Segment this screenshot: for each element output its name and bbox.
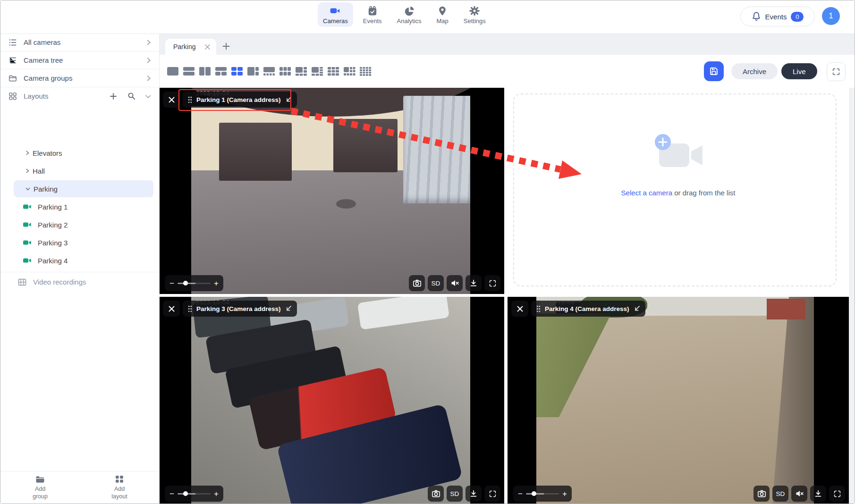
search-icon[interactable] — [127, 92, 135, 100]
camera-video-parking-4[interactable]: 2023-10-04 — [536, 297, 814, 504]
zoom-track[interactable] — [526, 493, 559, 495]
user-avatar[interactable]: 1 — [822, 7, 840, 25]
mute-button[interactable] — [791, 486, 807, 502]
sidebar-item-camera-groups[interactable]: Camera groups — [0, 69, 159, 87]
camera-tile-parking-1[interactable]: 2023-10-04 Parking 1 (Camera address) − … — [159, 88, 504, 294]
tree-item-parking[interactable]: Parking — [0, 180, 159, 198]
digital-zoom-slider[interactable]: − + — [513, 486, 572, 502]
chevron-down-icon[interactable] — [145, 93, 152, 99]
digital-zoom-slider[interactable]: − + — [165, 275, 223, 291]
layout-option-1-plus-2[interactable] — [215, 67, 228, 76]
snapshot-button[interactable] — [428, 486, 444, 502]
fullscreen-button[interactable] — [827, 62, 846, 81]
layout-option-3x2[interactable] — [279, 67, 292, 76]
zoom-knob[interactable] — [183, 491, 188, 496]
layout-option-3x3[interactable] — [328, 67, 340, 76]
tree-item-elevators[interactable]: Elevators — [0, 144, 159, 162]
drag-handle-icon[interactable] — [188, 96, 192, 103]
zoom-out-button[interactable]: − — [169, 279, 174, 287]
tree-camera-parking-3[interactable]: Parking 3 — [0, 234, 159, 252]
layout-option-1-plus-7[interactable] — [312, 67, 324, 76]
digital-zoom-slider[interactable]: − + — [165, 486, 223, 502]
nav-cameras[interactable]: Cameras — [318, 2, 353, 27]
camera-title: Parking 1 (Camera address) — [196, 96, 281, 103]
select-a-camera-link[interactable]: Select a camera — [621, 189, 672, 197]
nav-events[interactable]: Events — [358, 2, 387, 27]
drag-handle-icon[interactable] — [536, 305, 541, 312]
archive-mode-button[interactable]: Archive — [731, 63, 778, 79]
remove-camera-button[interactable] — [163, 301, 180, 317]
live-mode-button[interactable]: Live — [781, 63, 817, 79]
zoom-knob[interactable] — [183, 281, 188, 286]
layouts-icon — [8, 92, 17, 101]
camera-video-parking-1[interactable]: 2023-10-04 — [191, 88, 470, 294]
empty-camera-slot[interactable]: Select a camera or drag from the list — [508, 88, 849, 294]
zoom-out-button[interactable]: − — [169, 490, 174, 498]
zoom-knob[interactable] — [532, 491, 536, 496]
quality-toggle-button[interactable]: SD — [428, 275, 444, 291]
tile-fullscreen-button[interactable] — [484, 275, 500, 291]
camera-tile-header[interactable]: Parking 3 (Camera address) — [183, 301, 297, 317]
sidebar-item-video-recordings[interactable]: Video recordings — [0, 272, 159, 292]
tree-camera-parking-1[interactable]: Parking 1 — [0, 198, 159, 216]
nav-map[interactable]: Map — [432, 2, 454, 27]
download-button[interactable] — [466, 486, 482, 502]
add-layout-plus-icon[interactable] — [110, 92, 117, 100]
remove-camera-button[interactable] — [163, 92, 180, 108]
drag-handle-icon[interactable] — [188, 305, 192, 312]
tile-fullscreen-button[interactable] — [829, 486, 845, 502]
camera-tile-header[interactable]: Parking 4 (Camera address) — [531, 301, 645, 317]
add-layout-button[interactable]: Add layout — [80, 471, 159, 504]
snapshot-button[interactable] — [409, 275, 425, 291]
zoom-out-button[interactable]: − — [518, 490, 523, 498]
tile-fullscreen-button[interactable] — [484, 486, 500, 502]
layout-option-2-rows[interactable] — [183, 67, 195, 76]
events-notifications-button[interactable]: Events 0 — [740, 7, 815, 26]
tree-item-hall[interactable]: Hall — [0, 162, 159, 180]
camera-tile-header[interactable]: Parking 1 (Camera address) — [183, 92, 297, 108]
layout-option-2x2-selected[interactable] — [231, 67, 244, 76]
zoom-track[interactable] — [178, 283, 211, 284]
save-layout-button[interactable] — [704, 61, 724, 81]
mute-button[interactable] — [447, 275, 463, 291]
layout-option-1-plus-2-side[interactable] — [247, 67, 260, 76]
new-tab-plus-icon[interactable] — [222, 42, 230, 50]
nav-analytics[interactable]: Analytics — [392, 2, 427, 27]
snapshot-button[interactable] — [753, 486, 770, 502]
layout-option-4x4[interactable] — [360, 67, 372, 76]
vertical-scrollbar-track[interactable] — [849, 88, 855, 504]
zoom-in-button[interactable]: + — [562, 490, 567, 498]
nav-settings[interactable]: Settings — [458, 2, 491, 27]
layout-option-1-plus-4[interactable] — [263, 67, 276, 76]
close-tab-icon[interactable] — [204, 44, 211, 50]
layout-option-2-cols[interactable] — [199, 67, 212, 76]
camera-grid: 2023-10-04 Parking 1 (Camera address) − … — [159, 88, 855, 504]
collapse-arrow-icon[interactable] — [285, 96, 292, 103]
tab-parking[interactable]: Parking — [165, 39, 216, 55]
nav-label: Cameras — [323, 17, 348, 25]
tree-camera-parking-4[interactable]: Parking 4 — [0, 252, 159, 269]
empty-slot-text: Select a camera or drag from the list — [619, 188, 737, 198]
zoom-in-button[interactable]: + — [214, 490, 219, 498]
sidebar-item-layouts[interactable]: Layouts — [0, 87, 159, 105]
quality-toggle-button[interactable]: SD — [447, 486, 463, 502]
tree-camera-parking-2[interactable]: Parking 2 — [0, 216, 159, 234]
sidebar-item-camera-tree[interactable]: Camera tree — [0, 51, 159, 69]
layout-option-1x1[interactable] — [167, 67, 179, 76]
download-button[interactable] — [466, 275, 482, 291]
collapse-arrow-icon[interactable] — [285, 305, 292, 312]
add-group-button[interactable]: Add group — [0, 471, 80, 504]
camera-tile-parking-3[interactable]: 2023-10-04 Parking 3 (Camera address) − … — [159, 297, 504, 504]
layout-option-1-plus-5[interactable] — [296, 67, 308, 76]
remove-camera-button[interactable] — [511, 301, 528, 317]
zoom-in-button[interactable]: + — [214, 279, 219, 287]
sidebar-item-all-cameras[interactable]: All cameras — [0, 34, 159, 51]
zoom-track[interactable] — [178, 493, 211, 495]
tree-camera-label: Parking 1 — [38, 203, 68, 211]
camera-video-parking-3[interactable]: 2023-10-04 — [191, 297, 470, 504]
download-button[interactable] — [810, 486, 826, 502]
layout-option-1-plus-8[interactable] — [344, 67, 356, 76]
collapse-arrow-icon[interactable] — [634, 305, 640, 312]
quality-toggle-button[interactable]: SD — [772, 486, 788, 502]
camera-tile-parking-4[interactable]: 2023-10-04 Parking 4 (Camera address) − … — [508, 297, 849, 504]
